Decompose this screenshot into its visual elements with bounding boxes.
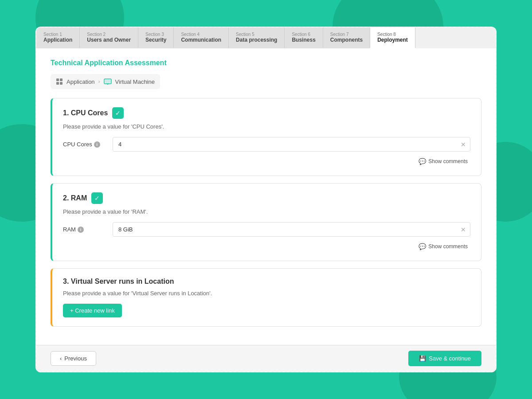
check-badge-1: ✓ — [112, 107, 124, 119]
ram-input[interactable] — [113, 222, 470, 237]
question-title-3: 3. Virtual Server runs in Location — [63, 278, 174, 286]
tab-application[interactable]: Section 1 Application — [36, 27, 80, 48]
breadcrumb: Application › Virtual Machine — [51, 74, 160, 89]
question-block-location: 3. Virtual Server runs in Location Pleas… — [51, 268, 481, 327]
prev-arrow-icon: ‹ — [60, 355, 62, 362]
footer-bar: ‹ Previous 💾 Save & continue — [36, 345, 496, 372]
comment-icon-2: 💬 — [419, 243, 426, 250]
cpu-cores-input[interactable] — [113, 137, 470, 152]
show-comments-button-1[interactable]: 💬 Show comments — [416, 156, 470, 167]
field-row-cpu: CPU Cores i ✕ — [63, 137, 470, 152]
create-new-link-button[interactable]: + Create new link — [63, 304, 122, 317]
svg-rect-3 — [60, 82, 63, 85]
cpu-info-icon[interactable]: i — [94, 141, 100, 148]
cpu-field-label: CPU Cores i — [63, 141, 107, 148]
question-title-2: 2. RAM — [63, 194, 87, 202]
svg-rect-0 — [56, 78, 59, 81]
show-comments-button-2[interactable]: 💬 Show comments — [416, 241, 470, 252]
question-title-1: 1. CPU Cores — [63, 109, 108, 117]
tab-security[interactable]: Section 3 Security — [138, 27, 174, 48]
svg-rect-5 — [105, 80, 110, 83]
cpu-clear-button[interactable]: ✕ — [461, 141, 466, 148]
vm-icon — [104, 78, 112, 86]
field-row-ram: RAM i ✕ — [63, 222, 470, 237]
question-desc-3: Please provide a value for 'Virtual Serv… — [63, 290, 470, 297]
question-block-cpu-cores: 1. CPU Cores ✓ Please provide a value fo… — [51, 98, 481, 176]
svg-rect-1 — [60, 78, 63, 81]
main-container: Section 1 Application Section 2 Users an… — [35, 27, 497, 372]
tab-users-owner[interactable]: Section 2 Users and Owner — [80, 27, 138, 48]
comment-icon-1: 💬 — [419, 158, 426, 165]
question-header-2: 2. RAM ✓ — [63, 192, 470, 204]
ram-info-icon[interactable]: i — [78, 227, 84, 233]
question-block-ram: 2. RAM ✓ Please provide a value for 'RAM… — [51, 183, 481, 261]
breadcrumb-app-label: Application — [66, 78, 95, 85]
page-title: Technical Application Assessment — [51, 59, 481, 67]
tab-deployment[interactable]: Section 8 Deployment — [370, 27, 415, 48]
question-desc-1: Please provide a value for 'CPU Cores'. — [63, 123, 470, 130]
tab-communication[interactable]: Section 4 Communication — [174, 27, 229, 48]
question-header-1: 1. CPU Cores ✓ — [63, 107, 470, 119]
breadcrumb-arrow: › — [98, 78, 100, 85]
check-badge-2: ✓ — [91, 192, 103, 204]
show-comments-row-2: 💬 Show comments — [63, 241, 470, 252]
tab-data-processing[interactable]: Section 5 Data processing — [229, 27, 285, 48]
show-comments-row-1: 💬 Show comments — [63, 156, 470, 167]
ram-input-wrapper: ✕ — [113, 222, 470, 237]
ram-field-label: RAM i — [63, 226, 107, 233]
app-icon — [56, 78, 63, 85]
save-continue-button[interactable]: 💾 Save & continue — [408, 351, 481, 366]
question-desc-2: Please provide a value for 'RAM'. — [63, 208, 470, 215]
tabs-bar: Section 1 Application Section 2 Users an… — [36, 27, 496, 48]
save-icon: 💾 — [419, 355, 426, 362]
ram-clear-button[interactable]: ✕ — [461, 226, 466, 233]
svg-rect-2 — [56, 82, 59, 85]
content-area: Technical Application Assessment Applica… — [36, 48, 496, 345]
tab-components[interactable]: Section 7 Components — [323, 27, 370, 48]
question-header-3: 3. Virtual Server runs in Location — [63, 278, 470, 286]
cpu-input-wrapper: ✕ — [113, 137, 470, 152]
previous-button[interactable]: ‹ Previous — [51, 351, 96, 366]
tab-business[interactable]: Section 6 Business — [285, 27, 323, 48]
breadcrumb-vm-label: Virtual Machine — [115, 78, 155, 85]
